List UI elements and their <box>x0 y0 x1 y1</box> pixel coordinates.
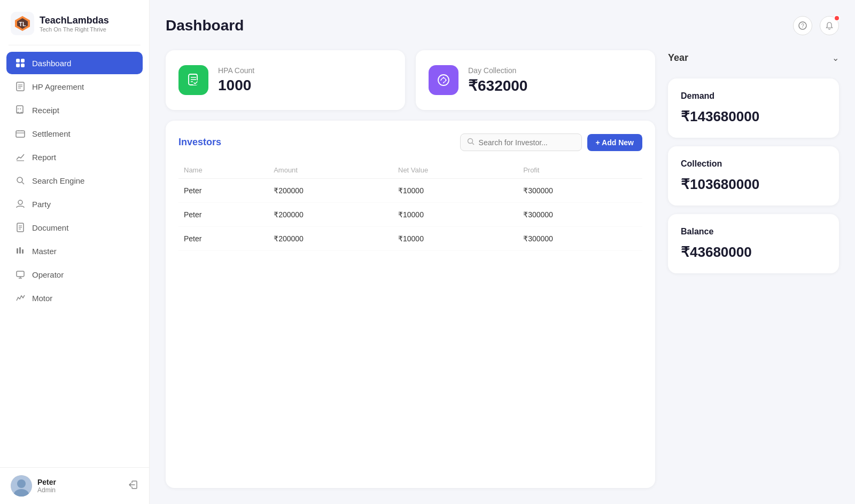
sidebar-item-master-label: Master <box>32 247 57 256</box>
sidebar-item-dashboard[interactable]: Dashboard <box>6 52 143 74</box>
svg-line-49 <box>472 143 474 145</box>
day-collection-label: Day Collection <box>468 66 527 75</box>
report-icon <box>15 152 26 162</box>
user-name: Peter <box>37 478 122 486</box>
svg-point-20 <box>17 177 22 183</box>
svg-point-13 <box>18 108 19 109</box>
user-role: Admin <box>37 486 122 494</box>
avatar <box>11 475 32 497</box>
sidebar-item-report[interactable]: Report <box>6 146 143 168</box>
svg-text:TL: TL <box>19 21 26 27</box>
sidebar-item-motor[interactable]: Motor <box>6 287 143 309</box>
sidebar-item-master[interactable]: Master <box>6 240 143 262</box>
sidebar-item-receipt[interactable]: Receipt <box>6 99 143 121</box>
help-button[interactable]: ? <box>793 16 812 35</box>
year-label: Year <box>668 52 688 64</box>
main-header: Dashboard ? <box>166 16 839 35</box>
svg-point-34 <box>17 479 26 488</box>
day-collection-icon <box>429 65 458 95</box>
investors-table: Name Amount Net Value Profit Peter ₹2000… <box>178 162 642 251</box>
sidebar-item-hp-agreement[interactable]: HP Agreement <box>6 75 143 98</box>
sidebar-divider <box>9 45 141 45</box>
sidebar-item-settlement-label: Settlement <box>32 129 71 138</box>
cell-amount: ₹200000 <box>268 179 393 203</box>
settlement-icon <box>15 128 26 139</box>
dashboard-layout: HPA Count 1000 <box>166 50 839 488</box>
sidebar-item-party-label: Party <box>32 200 51 209</box>
demand-value: ₹143680000 <box>681 108 826 125</box>
svg-rect-5 <box>21 59 25 62</box>
chevron-down-icon: ⌄ <box>832 53 839 63</box>
logo-tagline: Tech On The Right Thrive <box>40 26 109 33</box>
col-amount: Amount <box>268 162 393 179</box>
user-info: Peter Admin <box>37 478 122 494</box>
sidebar-item-hp-agreement-label: HP Agreement <box>32 82 84 91</box>
sidebar-item-party[interactable]: Party <box>6 193 143 215</box>
dashboard-center: HPA Count 1000 <box>166 50 655 488</box>
day-collection-value: ₹632000 <box>468 77 527 94</box>
svg-point-14 <box>20 108 21 109</box>
cell-profit: ₹300000 <box>518 179 642 203</box>
sidebar-item-document[interactable]: Document <box>6 216 143 239</box>
sidebar-item-settlement[interactable]: Settlement <box>6 122 143 145</box>
day-collection-card: Day Collection ₹632000 <box>416 50 655 110</box>
svg-rect-12 <box>17 106 23 113</box>
collection-value: ₹103680000 <box>681 176 826 193</box>
party-icon <box>15 199 26 209</box>
search-engine-icon <box>15 175 26 186</box>
dashboard-right: Year ⌄ Demand ₹143680000 Collection ₹103… <box>668 50 839 488</box>
header-actions: ? <box>793 16 839 35</box>
sidebar-item-operator[interactable]: Operator <box>6 263 143 286</box>
add-new-button[interactable]: + Add New <box>587 134 642 151</box>
sidebar-item-search-engine-label: Search Engine <box>32 176 84 185</box>
sidebar-item-dashboard-label: Dashboard <box>32 59 71 68</box>
hp-agreement-icon <box>15 81 26 92</box>
collection-label: Collection <box>681 159 826 169</box>
cell-name: Peter <box>178 227 268 251</box>
table-row: Peter ₹200000 ₹10000 ₹300000 <box>178 227 642 251</box>
search-icon <box>467 138 475 147</box>
svg-rect-28 <box>19 247 21 254</box>
cell-net-value: ₹10000 <box>393 227 518 251</box>
notifications-button[interactable] <box>820 16 839 35</box>
main-content: Dashboard ? <box>150 0 855 504</box>
sidebar-item-document-label: Document <box>32 223 68 232</box>
search-input[interactable] <box>479 138 575 147</box>
cell-amount: ₹200000 <box>268 227 393 251</box>
hpa-count-card: HPA Count 1000 <box>166 50 405 110</box>
svg-rect-15 <box>16 131 25 137</box>
operator-icon <box>15 269 26 280</box>
investors-table-container: Name Amount Net Value Profit Peter ₹2000… <box>178 162 642 251</box>
investors-tbody: Peter ₹200000 ₹10000 ₹300000 Peter ₹2000… <box>178 179 642 251</box>
cell-name: Peter <box>178 179 268 203</box>
hpa-count-value: 1000 <box>218 77 254 94</box>
cell-net-value: ₹10000 <box>393 203 518 227</box>
cell-net-value: ₹10000 <box>393 179 518 203</box>
balance-value: ₹43680000 <box>681 244 826 261</box>
cell-amount: ₹200000 <box>268 203 393 227</box>
investors-header: Investors + Add New <box>178 133 642 151</box>
motor-icon <box>15 293 26 303</box>
sidebar-item-search-engine[interactable]: Search Engine <box>6 169 143 192</box>
col-profit: Profit <box>518 162 642 179</box>
hpa-count-icon <box>178 65 208 95</box>
svg-rect-4 <box>16 59 20 62</box>
balance-label: Balance <box>681 227 826 237</box>
document-icon <box>15 222 26 233</box>
table-row: Peter ₹200000 ₹10000 ₹300000 <box>178 203 642 227</box>
sidebar-item-motor-label: Motor <box>32 294 52 303</box>
investor-search-box[interactable] <box>460 133 582 151</box>
svg-rect-29 <box>22 249 24 254</box>
cell-name: Peter <box>178 203 268 227</box>
logout-button[interactable] <box>128 479 138 493</box>
cell-profit: ₹300000 <box>518 227 642 251</box>
collection-card: Collection ₹103680000 <box>668 146 839 206</box>
svg-rect-7 <box>21 64 25 67</box>
svg-point-48 <box>468 139 472 144</box>
col-net-value: Net Value <box>393 162 518 179</box>
receipt-icon <box>15 105 26 115</box>
year-selector[interactable]: Year ⌄ <box>668 50 839 70</box>
svg-line-21 <box>22 182 24 184</box>
stat-cards: HPA Count 1000 <box>166 50 655 110</box>
demand-card: Demand ₹143680000 <box>668 78 839 138</box>
